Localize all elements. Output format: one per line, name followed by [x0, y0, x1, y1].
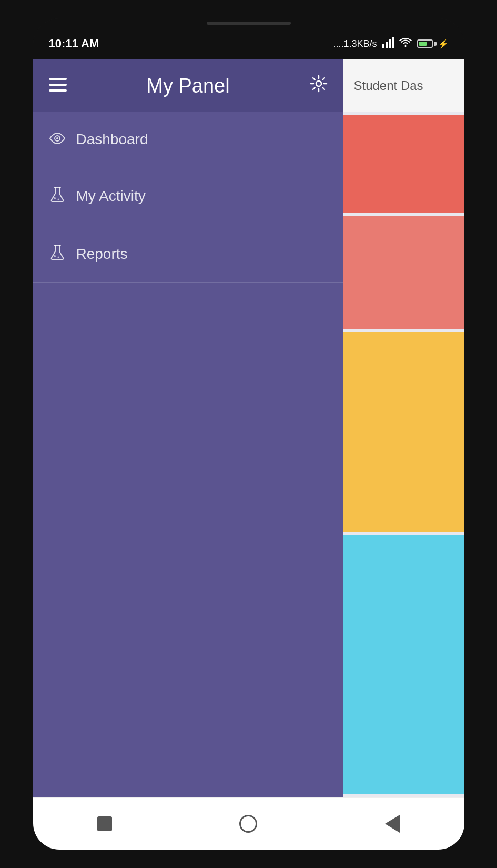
svg-rect-6 [49, 89, 67, 92]
right-panel-header: Student Das [343, 59, 464, 112]
stop-icon [97, 816, 112, 831]
settings-button[interactable] [310, 75, 328, 97]
sidebar-title: My Panel [146, 75, 229, 97]
dashboard-label: Dashboard [76, 131, 148, 148]
flask-icon-reports [49, 244, 66, 264]
notch [207, 22, 291, 25]
svg-point-9 [56, 137, 58, 139]
svg-rect-1 [386, 42, 388, 48]
phone-frame: 10:11 AM ....1.3KB/s [33, 18, 464, 850]
svg-rect-2 [389, 39, 391, 48]
nav-back-button[interactable] [377, 808, 408, 840]
svg-point-14 [54, 255, 56, 257]
battery-bolt: ⚡ [438, 39, 449, 49]
status-bar: 10:11 AM ....1.3KB/s [33, 28, 464, 59]
sidebar-header: My Panel [33, 59, 343, 112]
dashboard-cards [343, 112, 464, 797]
back-icon [385, 815, 400, 833]
svg-point-12 [57, 199, 59, 200]
svg-rect-5 [49, 84, 67, 86]
battery-icon: ⚡ [417, 39, 449, 49]
bottom-nav [33, 797, 464, 850]
svg-point-11 [54, 197, 56, 199]
svg-point-7 [316, 81, 321, 86]
svg-rect-4 [49, 78, 67, 80]
eye-icon [49, 132, 66, 148]
nav-stop-button[interactable] [89, 808, 120, 840]
home-icon [239, 815, 257, 833]
nav-home-button[interactable] [232, 808, 264, 840]
network-speed: ....1.3KB/s [333, 38, 377, 49]
right-panel: Student Das [343, 59, 464, 797]
card-red-bottom [343, 216, 464, 329]
flask-icon-activity [49, 186, 66, 206]
wifi-icon [399, 38, 412, 50]
reports-label: Reports [76, 246, 128, 263]
sidebar: My Panel Dashboard [33, 59, 343, 797]
signal-icon [382, 37, 394, 51]
sidebar-item-dashboard[interactable]: Dashboard [33, 112, 343, 167]
app-container: My Panel Dashboard [33, 59, 464, 797]
status-right: ....1.3KB/s [333, 37, 448, 51]
card-yellow [343, 332, 464, 532]
sidebar-item-reports[interactable]: Reports [33, 225, 343, 283]
my-activity-label: My Activity [76, 188, 146, 205]
card-red-top [343, 115, 464, 213]
right-panel-title: Student Das [354, 78, 423, 93]
svg-rect-3 [392, 37, 394, 48]
phone-top-bar [33, 18, 464, 28]
card-blue [343, 535, 464, 794]
hamburger-button[interactable] [49, 76, 67, 96]
status-time: 10:11 AM [49, 37, 99, 51]
svg-point-15 [57, 257, 59, 258]
sidebar-item-my-activity[interactable]: My Activity [33, 167, 343, 225]
svg-rect-0 [382, 44, 384, 48]
